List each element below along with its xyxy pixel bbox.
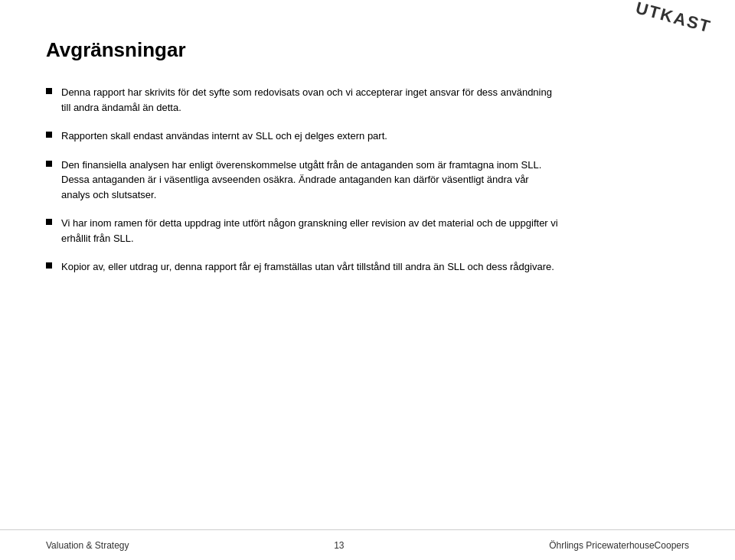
bullet-text: Vi har inom ramen för detta uppdrag inte… xyxy=(61,216,559,246)
page-title: Avgränsningar xyxy=(46,38,689,62)
utkast-watermark: UTKAST xyxy=(633,0,713,37)
footer-page-number: 13 xyxy=(334,540,344,551)
bullet-icon xyxy=(46,88,52,94)
bullet-text: Kopior av, eller utdrag ur, denna rappor… xyxy=(61,259,559,275)
footer-right: Öhrlings PricewaterhouseCoopers xyxy=(549,540,689,551)
list-item: Den finansiella analysen har enligt över… xyxy=(46,158,689,203)
bullet-text: Denna rapport har skrivits för det syfte… xyxy=(61,85,559,115)
footer: Valuation & Strategy 13 Öhrlings Pricewa… xyxy=(0,529,735,560)
bullet-list: Denna rapport har skrivits för det syfte… xyxy=(46,85,689,275)
list-item: Rapporten skall endast användas internt … xyxy=(46,129,689,144)
bullet-icon xyxy=(46,132,52,138)
bullet-text: Rapporten skall endast användas internt … xyxy=(61,129,559,144)
list-item: Vi har inom ramen för detta uppdrag inte… xyxy=(46,216,689,246)
list-item: Kopior av, eller utdrag ur, denna rappor… xyxy=(46,259,689,275)
bullet-icon xyxy=(46,262,52,269)
bullet-icon xyxy=(46,161,52,167)
page-container: UTKAST Avgränsningar Denna rapport har s… xyxy=(0,0,735,560)
bullet-text: Den finansiella analysen har enligt över… xyxy=(61,158,559,203)
bullet-icon xyxy=(46,219,52,225)
list-item: Denna rapport har skrivits för det syfte… xyxy=(46,85,689,115)
footer-left: Valuation & Strategy xyxy=(46,540,129,551)
